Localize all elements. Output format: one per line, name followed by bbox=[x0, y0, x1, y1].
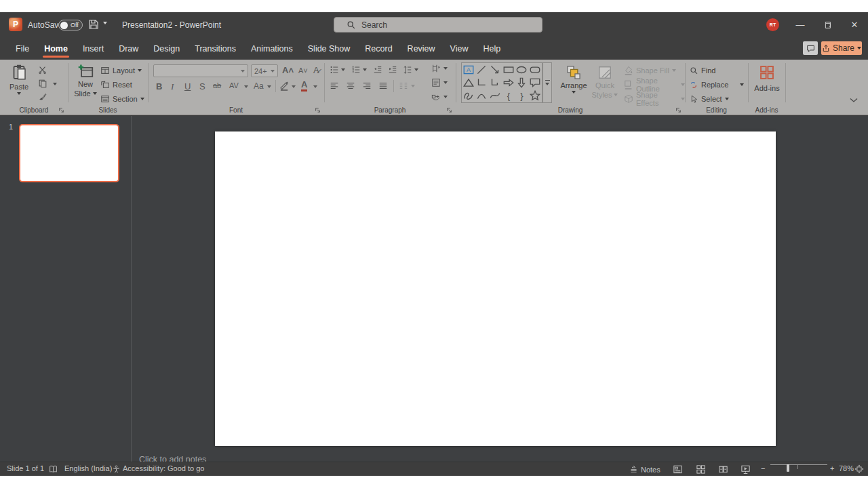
highlight-color-button[interactable] bbox=[279, 80, 290, 92]
layout-button[interactable]: Layout bbox=[100, 64, 142, 77]
increase-indent-button[interactable] bbox=[388, 65, 397, 75]
save-icon[interactable] bbox=[88, 19, 99, 30]
format-painter-button[interactable] bbox=[38, 92, 47, 102]
drawing-dialog-launcher-icon[interactable] bbox=[675, 107, 682, 113]
shape-right-arrow-icon[interactable] bbox=[502, 77, 515, 89]
quick-access-dropdown-icon[interactable] bbox=[103, 22, 107, 24]
normal-view-button[interactable] bbox=[673, 464, 683, 474]
convert-smartart-dropdown-icon[interactable] bbox=[443, 96, 448, 98]
shape-left-brace-icon[interactable]: { bbox=[502, 89, 515, 102]
comments-button[interactable] bbox=[803, 41, 818, 55]
line-spacing-button[interactable] bbox=[403, 65, 412, 75]
replace-button[interactable]: Replace bbox=[690, 79, 744, 91]
increase-font-size-button[interactable]: A˄ bbox=[282, 65, 294, 75]
shape-line-icon[interactable] bbox=[475, 64, 488, 76]
zoom-slider-handle[interactable] bbox=[787, 464, 789, 472]
font-dialog-launcher-icon[interactable] bbox=[315, 107, 321, 113]
tab-draw[interactable]: Draw bbox=[111, 39, 146, 59]
tab-slide-show[interactable]: Slide Show bbox=[300, 39, 358, 59]
paragraph-dialog-launcher-icon[interactable] bbox=[446, 107, 452, 113]
tab-home[interactable]: Home bbox=[37, 39, 75, 59]
panel-resize-handle[interactable] bbox=[131, 116, 132, 462]
shape-effects-button[interactable]: Shape Effects bbox=[624, 93, 685, 105]
change-case-dropdown-icon[interactable] bbox=[267, 85, 271, 88]
shape-oval-icon[interactable] bbox=[515, 64, 528, 76]
align-text-dropdown-icon[interactable] bbox=[443, 81, 448, 84]
copy-button[interactable] bbox=[38, 79, 47, 88]
copy-dropdown-icon[interactable] bbox=[53, 83, 57, 85]
tab-view[interactable]: View bbox=[443, 39, 476, 59]
bullets-dropdown-icon[interactable] bbox=[341, 68, 345, 71]
slide-sorter-view-button[interactable] bbox=[696, 464, 706, 474]
align-right-button[interactable] bbox=[362, 81, 372, 91]
shape-gallery-more-button[interactable] bbox=[542, 62, 552, 103]
shape-fill-button[interactable]: Shape Fill bbox=[624, 64, 676, 77]
shape-rectangle-icon[interactable] bbox=[502, 64, 515, 76]
shape-textbox-icon[interactable]: A bbox=[462, 64, 475, 76]
align-text-button[interactable] bbox=[431, 78, 441, 87]
collapse-ribbon-icon[interactable] bbox=[849, 98, 859, 103]
clipboard-dialog-launcher-icon[interactable] bbox=[58, 107, 64, 113]
align-center-button[interactable] bbox=[346, 81, 355, 91]
shape-down-arrow-icon[interactable] bbox=[515, 77, 528, 89]
italic-button[interactable]: I bbox=[171, 81, 174, 92]
font-name-combobox[interactable] bbox=[153, 64, 248, 77]
cut-button[interactable] bbox=[38, 65, 47, 75]
bullets-button[interactable] bbox=[330, 65, 339, 75]
tab-record[interactable]: Record bbox=[357, 39, 399, 59]
shape-arc-icon[interactable] bbox=[475, 89, 488, 102]
paste-button[interactable]: Paste bbox=[9, 64, 28, 95]
justify-button[interactable] bbox=[378, 81, 388, 91]
autosave-toggle[interactable]: Off bbox=[58, 20, 83, 30]
reset-button[interactable]: Reset bbox=[100, 79, 132, 91]
decrease-font-size-button[interactable]: A˅ bbox=[298, 66, 308, 75]
text-direction-dropdown-icon[interactable] bbox=[443, 67, 448, 70]
shape-right-brace-icon[interactable]: } bbox=[515, 89, 528, 102]
shape-outline-button[interactable]: Shape Outline bbox=[624, 79, 685, 91]
share-button[interactable]: Share bbox=[821, 41, 862, 55]
language-indicator[interactable]: English (India) bbox=[64, 464, 112, 472]
zoom-in-button[interactable]: + bbox=[830, 464, 834, 472]
spellcheck-icon[interactable] bbox=[49, 465, 58, 474]
accessibility-icon[interactable] bbox=[112, 465, 121, 474]
shape-curve-icon[interactable] bbox=[489, 89, 501, 102]
shape-arrow-icon[interactable] bbox=[489, 64, 501, 76]
decrease-indent-button[interactable] bbox=[373, 65, 382, 75]
columns-dropdown-icon[interactable] bbox=[411, 85, 415, 87]
font-color-button[interactable]: A bbox=[301, 80, 307, 92]
zoom-out-button[interactable]: − bbox=[761, 464, 765, 472]
align-left-button[interactable] bbox=[330, 81, 339, 91]
bold-button[interactable]: B bbox=[156, 81, 162, 92]
addins-button[interactable]: Add-ins bbox=[753, 65, 781, 92]
shape-star-icon[interactable] bbox=[529, 89, 541, 102]
fit-to-window-button[interactable] bbox=[854, 464, 864, 474]
shape-elbow-icon[interactable] bbox=[475, 77, 488, 89]
text-direction-button[interactable] bbox=[431, 64, 441, 73]
close-button[interactable]: ✕ bbox=[841, 12, 868, 37]
slide-indicator[interactable]: Slide 1 of 1 bbox=[7, 464, 44, 472]
tab-file[interactable]: File bbox=[8, 39, 37, 59]
user-avatar[interactable]: RT bbox=[766, 18, 779, 31]
select-button[interactable]: Select bbox=[690, 93, 729, 105]
powerpoint-logo-icon[interactable]: P bbox=[9, 18, 22, 31]
shape-elbow-arrow-icon[interactable] bbox=[489, 77, 501, 89]
text-shadow-button[interactable]: S bbox=[199, 81, 205, 92]
font-color-dropdown-icon[interactable] bbox=[313, 85, 317, 88]
numbering-button[interactable] bbox=[351, 65, 361, 75]
new-slide-button[interactable]: New Slide bbox=[73, 64, 98, 98]
columns-button[interactable] bbox=[399, 81, 408, 91]
tab-review[interactable]: Review bbox=[400, 39, 443, 59]
line-spacing-dropdown-icon[interactable] bbox=[414, 68, 418, 71]
section-button[interactable]: Section bbox=[100, 93, 144, 105]
restore-button[interactable] bbox=[814, 12, 841, 37]
tab-animations[interactable]: Animations bbox=[243, 39, 300, 59]
tab-insert[interactable]: Insert bbox=[75, 39, 111, 59]
shape-rounded-rectangle-icon[interactable] bbox=[529, 64, 541, 76]
strikethrough-button[interactable]: ab bbox=[213, 81, 221, 89]
numbering-dropdown-icon[interactable] bbox=[363, 68, 367, 71]
character-spacing-button[interactable]: AV bbox=[229, 81, 239, 89]
tab-design[interactable]: Design bbox=[146, 39, 187, 59]
tab-transitions[interactable]: Transitions bbox=[187, 39, 243, 59]
shape-callout-icon[interactable] bbox=[529, 77, 541, 89]
minimize-button[interactable]: — bbox=[787, 12, 814, 37]
